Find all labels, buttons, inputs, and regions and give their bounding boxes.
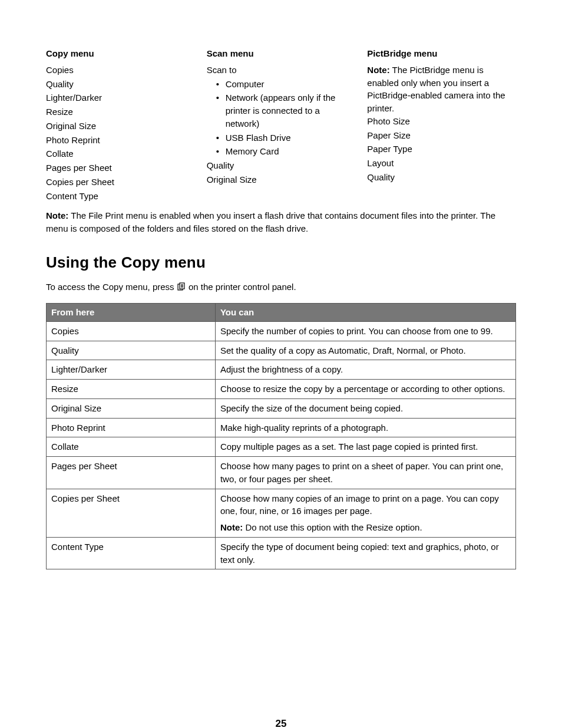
cell-youcan: Choose how many pages to print on a shee…: [215, 457, 515, 489]
access-post: on the printer control panel.: [186, 282, 296, 292]
cell-youcan: Copy multiple pages as a set. The last p…: [215, 437, 515, 457]
cell-from: Content Type: [47, 537, 216, 569]
list-item: Computer: [219, 78, 356, 91]
list-item: Memory Card: [219, 145, 356, 158]
scan-menu-column: Scan menu Scan to Computer Network (appe…: [207, 47, 356, 203]
list-item: Copies per Sheet: [46, 176, 195, 189]
table-row: Pages per Sheet Choose how many pages to…: [47, 457, 516, 489]
scan-to-list: Computer Network (appears only if the pr…: [207, 78, 356, 159]
section-title: Using the Copy menu: [46, 252, 516, 274]
list-item: Resize: [46, 106, 195, 118]
table-row: Copies Specify the number of copies to p…: [47, 321, 516, 341]
pictbridge-note: Note: The PictBridge menu is enabled onl…: [367, 64, 516, 115]
copy-button-icon: [177, 282, 186, 292]
list-item: Pages per Sheet: [46, 162, 195, 174]
scan-menu-header: Scan menu: [207, 47, 356, 60]
cell-youcan: Specify the size of the document being c…: [215, 398, 515, 418]
cell-youcan: Choose to resize the copy by a percentag…: [215, 380, 515, 399]
list-item: USB Flash Drive: [219, 131, 356, 144]
list-item: Copies: [46, 64, 195, 77]
list-item: Original Size: [46, 120, 195, 133]
cell-from: Original Size: [47, 398, 216, 418]
cell-from: Quality: [47, 341, 216, 360]
list-item: Paper Type: [367, 143, 516, 156]
list-item: Photo Size: [367, 115, 516, 128]
table-header-from: From here: [47, 304, 216, 322]
cell-youcan: Set the quality of a copy as Automatic, …: [215, 341, 515, 360]
table-row: Content Type Specify the type of documen…: [47, 537, 516, 569]
access-line: To access the Copy menu, press on the pr…: [46, 281, 516, 294]
cell-youcan: Adjust the brightness of a copy.: [215, 360, 515, 380]
copy-menu-list: Copies Quality Lighter/Darker Resize Ori…: [46, 64, 195, 203]
list-item: Layout: [367, 157, 516, 170]
table-row: Copies per Sheet Choose how many copies …: [47, 489, 516, 537]
pictbridge-list: Photo Size Paper Size Paper Type Layout …: [367, 115, 516, 184]
cell-from: Resize: [47, 380, 216, 399]
page-number: 25: [46, 717, 516, 728]
copy-menu-table: From here You can Copies Specify the num…: [46, 303, 516, 569]
list-item: Network (appears only if the printer is …: [219, 91, 356, 130]
cell-youcan-text: Choose how many copies of an image to pr…: [220, 492, 511, 518]
note-label: Note:: [220, 522, 243, 532]
cell-from: Copies: [47, 321, 216, 341]
cell-note: Note: Do not use this option with the Re…: [220, 521, 511, 534]
scan-trailing-list: Quality Original Size: [207, 159, 356, 186]
table-row: Lighter/Darker Adjust the brightness of …: [47, 360, 516, 380]
cell-from: Pages per Sheet: [47, 457, 216, 489]
table-header-row: From here You can: [47, 304, 516, 322]
access-pre: To access the Copy menu, press: [46, 282, 177, 292]
note-label: Note:: [46, 210, 68, 220]
copy-menu-header: Copy menu: [46, 47, 195, 60]
table-row: Collate Copy multiple pages as a set. Th…: [47, 437, 516, 457]
cell-from: Photo Reprint: [47, 418, 216, 437]
table-row: Quality Set the quality of a copy as Aut…: [47, 341, 516, 360]
cell-from: Copies per Sheet: [47, 489, 216, 537]
note-label: Note:: [367, 65, 389, 75]
table-header-youcan: You can: [215, 304, 515, 322]
cell-from: Collate: [47, 437, 216, 457]
list-item: Quality: [207, 159, 356, 172]
table-row: Original Size Specify the size of the do…: [47, 398, 516, 418]
scan-to-label: Scan to: [207, 64, 356, 77]
copy-menu-column: Copy menu Copies Quality Lighter/Darker …: [46, 47, 195, 203]
cell-youcan: Specify the type of document being copie…: [215, 537, 515, 569]
cell-youcan: Choose how many copies of an image to pr…: [215, 489, 515, 537]
list-item: Lighter/Darker: [46, 91, 195, 104]
file-print-note: Note: The File Print menu is enabled whe…: [46, 209, 516, 235]
cell-youcan: Specify the number of copies to print. Y…: [215, 321, 515, 341]
table-row: Photo Reprint Make high-quality reprints…: [47, 418, 516, 437]
list-item: Quality: [46, 78, 195, 91]
list-item: Original Size: [207, 173, 356, 186]
list-item: Photo Reprint: [46, 134, 195, 147]
table-row: Resize Choose to resize the copy by a pe…: [47, 380, 516, 399]
list-item: Collate: [46, 147, 195, 160]
pictbridge-menu-column: PictBridge menu Note: The PictBridge men…: [367, 47, 516, 203]
menu-columns: Copy menu Copies Quality Lighter/Darker …: [46, 47, 516, 203]
list-item: Quality: [367, 171, 516, 184]
cell-from: Lighter/Darker: [47, 360, 216, 380]
list-item: Content Type: [46, 190, 195, 203]
list-item: Paper Size: [367, 129, 516, 142]
pictbridge-menu-header: PictBridge menu: [367, 47, 516, 60]
note-text: Do not use this option with the Resize o…: [243, 522, 422, 532]
cell-youcan: Make high-quality reprints of a photogra…: [215, 418, 515, 437]
note-text: The File Print menu is enabled when you …: [46, 210, 495, 233]
